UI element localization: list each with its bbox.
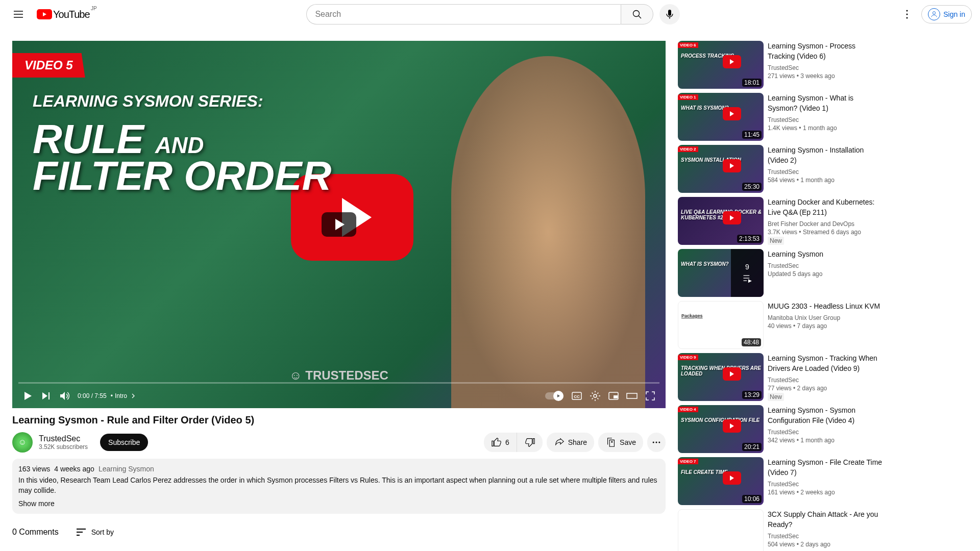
channel-avatar[interactable]: ☺ [12,432,33,453]
related-video-item[interactable]: VIDEO 4SYSMON CONFIGURATION FILE20:21Lea… [678,405,883,453]
more-actions-button[interactable] [647,433,666,452]
theater-button[interactable] [623,387,641,405]
thumbnail-yt-icon [723,55,741,68]
duration-badge: 18:01 [742,79,762,87]
dislike-button[interactable] [517,433,543,452]
thumbnail-yt-icon [723,419,741,433]
channel-name[interactable]: TrustedSec [39,434,88,443]
new-badge: New [768,237,784,245]
sort-icon [75,526,87,538]
related-title[interactable]: Learning Sysmon - Tracking When Drivers … [768,353,883,373]
related-video-item[interactable]: 3CX Supply Chain Attack - Are you Ready?… [678,509,883,551]
search-button[interactable] [621,4,653,24]
settings-button[interactable] [897,4,917,24]
related-channel[interactable]: TrustedSec [768,375,883,385]
related-video-item[interactable]: VIDEO 2SYSMON INSTALLATION25:30Learning … [678,145,883,193]
volume-button[interactable] [55,387,74,405]
related-channel[interactable]: TrustedSec [768,428,883,437]
related-video-item[interactable]: Packages48:48MUUG 2303 - Headless Linux … [678,301,883,349]
sort-comments-button[interactable]: Sort by [75,526,114,538]
related-info: 3CX Supply Chain Attack - Are you Ready?… [768,509,883,551]
thumbnail-yt-icon [723,471,741,485]
related-video-item[interactable]: VIDEO 7FILE CREATE TIME10:06Learning Sys… [678,457,883,505]
related-title[interactable]: Learning Sysmon - What is Sysmon? (Video… [768,93,883,113]
thumbs-down-icon [524,437,535,448]
menu-button[interactable] [8,4,29,24]
related-thumbnail[interactable]: LIVE Q&A LEARNING DOCKER & KUBERNETES #2… [678,197,764,245]
new-badge: New [768,393,784,401]
related-video-item[interactable]: VIDEO 6PROCESS TRACKING18:01Learning Sys… [678,41,883,89]
related-thumbnail[interactable]: VIDEO 1WHAT IS SYSMON?11:45 [678,93,764,141]
share-button[interactable]: Share [547,433,594,452]
channel-info: ☺ TrustedSec 3.52K subscribers Subscribe [12,432,148,453]
related-title[interactable]: Learning Sysmon - Sysmon Configuration F… [768,405,883,425]
voice-search-button[interactable] [659,4,680,24]
chapter-button[interactable]: • Intro [111,392,137,400]
related-title[interactable]: Learning Docker and Kubernetes: Live Q&A… [768,197,883,217]
related-title[interactable]: Learning Sysmon - Installation (Video 2) [768,145,883,165]
thumbnail-badge: VIDEO 2 [678,146,698,152]
related-info: Learning Sysmon - Process Tracking (Vide… [768,41,883,89]
microphone-icon [664,8,676,20]
settings-gear-button[interactable] [586,387,604,405]
related-title[interactable]: MUUG 2303 - Headless Linux KVM [768,301,883,311]
save-button[interactable]: Save [598,433,643,452]
related-thumbnail[interactable]: VIDEO 7FILE CREATE TIME10:06 [678,457,764,505]
related-channel[interactable]: Manitoba Unix User Group [768,313,883,322]
related-title[interactable]: 3CX Supply Chain Attack - Are you Ready? [768,509,883,530]
related-thumbnail[interactable]: VIDEO 6PROCESS TRACKING18:01 [678,41,764,89]
related-channel[interactable]: TrustedSec [768,167,883,177]
autoplay-toggle[interactable] [545,392,564,399]
search-box [306,4,653,24]
related-title[interactable]: Learning Sysmon - Process Tracking (Vide… [768,41,883,61]
fullscreen-button[interactable] [641,387,659,405]
description-meta: 163 views 4 weeks ago Learning Sysmon [18,465,659,473]
related-channel[interactable]: TrustedSec [768,63,883,72]
related-channel[interactable]: TrustedSec [768,115,883,124]
svg-point-14 [658,442,660,443]
related-video-item[interactable]: LIVE Q&A LEARNING DOCKER & KUBERNETES #2… [678,197,883,245]
thumbnail-badge: VIDEO 9 [678,355,698,360]
related-thumbnail[interactable]: VIDEO 2SYSMON INSTALLATION25:30 [678,145,764,193]
search-input[interactable] [306,4,621,24]
related-channel[interactable]: TrustedSec [768,532,883,541]
play-pause-button[interactable] [18,387,37,405]
header-left: YouTube JP [8,4,90,24]
description-tag[interactable]: Learning Sysmon [99,465,154,473]
related-meta: 40 views • 7 days ago [768,322,883,330]
related-channel[interactable]: TrustedSec [768,261,883,270]
subscribe-button[interactable]: Subscribe [100,434,148,451]
sign-in-button[interactable]: Sign in [921,5,972,23]
cc-icon: CC [571,390,583,402]
svg-point-2 [906,10,908,12]
show-more-button[interactable]: Show more [18,499,659,508]
header-center [306,4,680,24]
like-button[interactable]: 6 [484,433,517,452]
related-thumbnail[interactable]: VIDEO 9TRACKING WHEN DRIVERS ARE LOADED1… [678,353,764,401]
related-title[interactable]: Learning Sysmon - File Create Time (Vide… [768,457,883,478]
related-channel[interactable]: Bret Fisher Docker and DevOps [768,219,883,229]
related-thumbnail[interactable]: Packages48:48 [678,301,764,349]
duration-badge: 48:48 [742,338,761,346]
related-video-item[interactable]: WHAT IS SYSMON?9Learning SysmonTrustedSe… [678,249,883,297]
youtube-logo[interactable]: YouTube JP [37,9,90,20]
related-video-item[interactable]: VIDEO 9TRACKING WHEN DRIVERS ARE LOADED1… [678,353,883,401]
related-thumbnail[interactable]: WHAT IS SYSMON?9 [678,249,764,297]
upload-date: 4 weeks ago [54,465,94,473]
time-display: 0:00 / 7:55 [78,392,107,399]
related-channel[interactable]: TrustedSec [768,480,883,489]
thumbnail-text: LIVE Q&A LEARNING DOCKER & KUBERNETES #2… [681,209,764,220]
miniplayer-button[interactable] [604,387,623,405]
description-box[interactable]: 163 views 4 weeks ago Learning Sysmon In… [12,459,666,514]
play-button[interactable] [322,212,356,237]
subtitles-button[interactable]: CC [568,387,586,405]
related-video-item[interactable]: VIDEO 1WHAT IS SYSMON?11:45Learning Sysm… [678,93,883,141]
related-thumbnail[interactable] [678,509,764,551]
next-button[interactable] [37,387,55,405]
related-meta: 3.7K views • Streamed 6 days ago [768,229,883,236]
playlist-count: 9 [745,263,749,271]
video-player[interactable]: VIDEO 5 LEARNING SYSMON SERIES: RULE AND… [12,41,666,408]
theater-icon [626,390,638,402]
related-thumbnail[interactable]: VIDEO 4SYSMON CONFIGURATION FILE20:21 [678,405,764,453]
related-title[interactable]: Learning Sysmon [768,249,883,259]
